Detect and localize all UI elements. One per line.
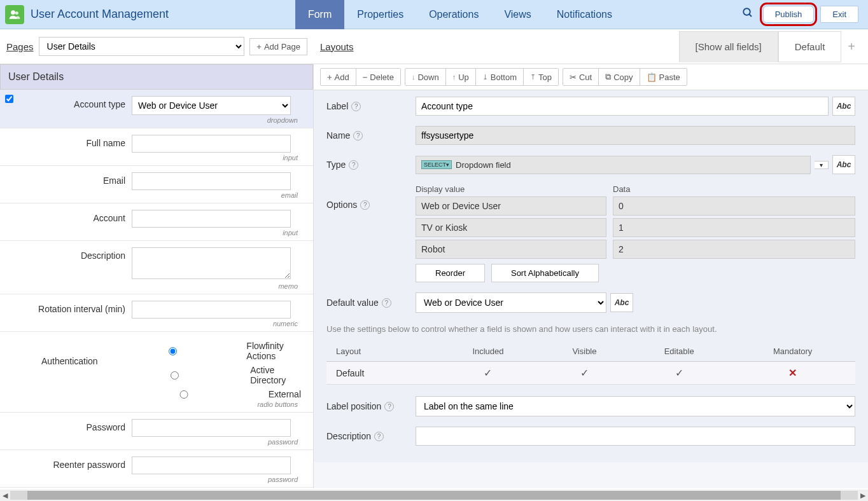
svg-point-2 [743,8,750,15]
pages-select[interactable]: User Details [39,37,245,56]
layout-row[interactable]: Default ✓ ✓ ✓ ✕ [326,362,855,385]
layout-tabs: [Show all fields] Default + [679,31,862,62]
check-icon[interactable]: ✓ [580,367,589,378]
field-row-email[interactable]: Email email [0,166,313,203]
label-input[interactable] [416,97,829,116]
tab-views[interactable]: Views [491,0,543,29]
auth-radio-group: Flowfinity Actions Active Directory Exte… [104,338,305,399]
top-button[interactable]: ⤒Top [524,69,558,85]
top-bar: User Account Management Form Properties … [0,0,868,29]
rotation-input[interactable] [132,301,291,319]
field-label: Description [8,247,132,261]
up-button[interactable]: ↑Up [446,69,476,85]
prop-options-label: Options [326,200,357,210]
scroll-left-icon[interactable]: ◀ [0,491,10,500]
tab-properties[interactable]: Properties [344,0,416,29]
horizontal-scrollbar[interactable]: ◀ ▶ [0,490,868,501]
tab-form[interactable]: Form [295,0,344,29]
scissors-icon: ✂ [570,72,577,82]
radio-flowfinity[interactable]: Flowfinity Actions [104,341,305,361]
default-value-select[interactable]: Web or Device User [416,292,606,313]
layout-tab-default[interactable]: Default [778,31,842,62]
field-row-full-name[interactable]: Full name input [0,128,313,166]
help-icon[interactable]: ? [351,102,361,111]
add-button[interactable]: +Add [321,69,356,85]
field-row-rotation[interactable]: Rotation interval (min) numeric [0,294,313,332]
field-checkbox[interactable] [5,95,13,103]
arrow-down-icon: ↓ [412,73,416,81]
select-badge-icon: SELECT▾ [421,160,452,169]
radio-ad[interactable]: Active Directory [104,365,305,385]
search-icon[interactable] [739,4,757,25]
field-row-password[interactable]: Password password [0,413,313,450]
layouts-section: Layouts [Show all fields] Default + [314,29,868,64]
svg-point-0 [11,10,15,15]
option-row[interactable]: Robot2 [416,240,855,259]
bottom-button[interactable]: ⤓Bottom [476,69,524,85]
abc-button[interactable]: Abc [832,155,855,174]
abc-button[interactable]: Abc [832,97,855,116]
delete-button[interactable]: −Delete [356,69,400,85]
description-textarea[interactable] [132,247,291,279]
label-position-select[interactable]: Label on the same line [416,396,855,416]
field-row-reenter-password[interactable]: Reenter password password [0,450,313,488]
full-name-input[interactable] [132,135,291,153]
field-row-authentication[interactable]: Authentication Flowfinity Actions Active… [0,332,313,413]
abc-button[interactable]: Abc [610,293,633,312]
down-button[interactable]: ↓Down [405,69,446,85]
tab-operations[interactable]: Operations [416,0,491,29]
field-row-description[interactable]: Description memo [0,241,313,294]
password-input[interactable] [132,419,291,437]
help-icon[interactable]: ? [360,200,370,210]
pages-label: Pages [6,41,34,52]
exit-button[interactable]: Exit [820,6,858,23]
help-icon[interactable]: ? [374,432,384,441]
description-input[interactable] [416,427,855,446]
email-input[interactable] [132,172,291,190]
help-icon[interactable]: ? [353,131,363,141]
account-input[interactable] [132,210,291,228]
account-type-select[interactable]: Web or Device User [132,96,291,115]
publish-button[interactable]: Publish [763,6,815,23]
option-row[interactable]: TV or Kiosk1 [416,218,855,237]
svg-line-3 [749,14,752,17]
main-tabs: Form Properties Operations Views Notific… [295,0,625,29]
paste-button[interactable]: 📋Paste [640,69,687,85]
field-label: Account type [8,96,132,109]
plus-icon: + [256,42,262,51]
scroll-right-icon[interactable]: ▶ [858,491,868,500]
check-icon[interactable]: ✓ [675,367,683,378]
radio-external[interactable]: External [104,389,305,399]
col-mandatory: Mandatory [730,341,855,362]
layout-settings-table: Layout Included Visible Editable Mandato… [326,341,855,385]
reorder-button[interactable]: Reorder [416,264,485,282]
pages-section: Pages User Details +Add Page [0,29,314,64]
reenter-password-input[interactable] [132,456,291,474]
layout-name-cell: Default [326,362,435,385]
help-icon[interactable]: ? [349,160,358,170]
field-type-hint: dropdown [132,115,305,127]
properties-panel: +Add −Delete ↓Down ↑Up ⤓Bottom ⤒Top ✂Cut… [314,64,868,488]
option-row[interactable]: Web or Device User0 [416,196,855,216]
check-icon[interactable]: ✓ [484,367,492,378]
arrow-up-icon: ↑ [452,73,456,81]
add-page-button[interactable]: +Add Page [249,38,307,55]
col-layout: Layout [326,341,435,362]
sort-alpha-button[interactable]: Sort Alphabetically [491,264,599,282]
field-label: Authentication [8,338,104,366]
copy-button[interactable]: ⧉Copy [599,69,640,85]
add-layout-button[interactable]: + [841,33,862,60]
x-icon[interactable]: ✕ [788,367,797,378]
scroll-track[interactable] [10,491,858,500]
field-row-account-type[interactable]: Account type Web or Device User dropdown [0,90,313,128]
type-dropdown-button[interactable]: ▾ [815,161,829,169]
cut-button[interactable]: ✂Cut [563,69,599,85]
layout-tab-all[interactable]: [Show all fields] [679,31,778,62]
col-editable: Editable [628,341,730,362]
scroll-thumb[interactable] [27,491,841,500]
help-icon[interactable]: ? [384,402,394,411]
tab-notifications[interactable]: Notifications [544,0,625,29]
plus-icon: + [327,72,332,82]
help-icon[interactable]: ? [382,298,391,308]
field-row-account[interactable]: Account input [0,203,313,241]
